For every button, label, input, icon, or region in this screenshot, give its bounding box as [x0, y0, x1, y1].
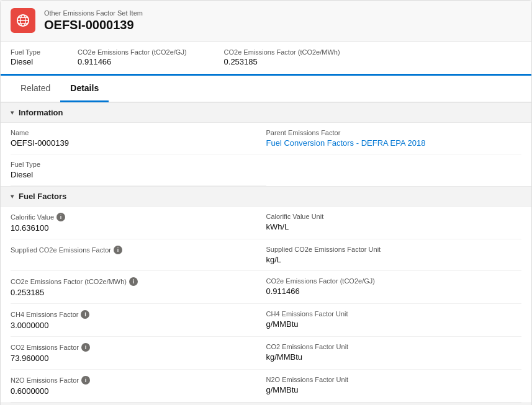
- meta-co2e-mwh: CO2e Emissions Factor (tCO2e/MWh) 0.2531…: [224, 48, 340, 66]
- fuel-factors-section-title: Fuel Factors: [19, 192, 66, 201]
- field-co2e-gj-label: CO2e Emissions Factor (tCO2e/GJ): [266, 277, 512, 285]
- field-calorific-value-label: Calorific Value i: [11, 213, 256, 221]
- field-co2e-gj-value: 0.911466: [266, 287, 512, 296]
- field-name: Name OEFSI-0000139: [11, 123, 266, 154]
- field-co2-unit-value: kg/MMBtu: [266, 352, 512, 362]
- globe-icon: [16, 14, 30, 27]
- fuel-factors-section: ▾ Fuel Factors Calorific Value i 10.6361…: [1, 186, 531, 403]
- field-n2o-label: N2O Emissions Factor i: [11, 376, 256, 385]
- field-supplied-co2e-unit: Supplied CO2e Emissions Factor Unit kg/L: [266, 239, 522, 271]
- field-fuel-type: Fuel Type Diesel: [11, 154, 266, 186]
- meta-co2e-gj-label: CO2e Emissions Factor (tCO2e/GJ): [78, 48, 186, 56]
- field-n2o-unit-label: N2O Emissions Factor Unit: [266, 376, 512, 383]
- record-type-label: Other Emissions Factor Set Item: [44, 9, 143, 17]
- field-fuel-type-label: Fuel Type: [11, 161, 256, 168]
- field-calorific-value-value: 10.636100: [11, 223, 256, 233]
- record-title: OEFSI-0000139: [44, 18, 143, 32]
- field-co2: CO2 Emissions Factor i 73.960000: [11, 337, 266, 370]
- field-n2o-unit-value: g/MMBtu: [266, 385, 512, 394]
- field-co2-unit-label: CO2 Emissions Factor Unit: [266, 343, 512, 350]
- field-ch4-unit-value: g/MMBtu: [266, 319, 512, 329]
- field-co2e-gj: CO2e Emissions Factor (tCO2e/GJ) 0.91146…: [266, 271, 522, 304]
- field-ch4-unit-label: CH4 Emissions Factor Unit: [266, 310, 512, 318]
- information-section-header[interactable]: ▾ Information: [1, 102, 531, 123]
- fuel-factors-fields: Calorific Value i 10.636100 Calorific Va…: [1, 207, 531, 403]
- field-supplied-co2e-unit-value: kg/L: [266, 255, 512, 264]
- meta-fuel-type: Fuel Type Diesel: [11, 48, 40, 66]
- field-n2o-unit: N2O Emissions Factor Unit g/MMBtu: [266, 370, 522, 403]
- field-calorific-value-unit-value: kWh/L: [266, 222, 512, 231]
- tab-details[interactable]: Details: [60, 76, 109, 102]
- meta-co2e-mwh-label: CO2e Emissions Factor (tCO2e/MWh): [224, 48, 340, 56]
- field-co2-unit: CO2 Emissions Factor Unit kg/MMBtu: [266, 337, 522, 370]
- field-fuel-type-value: Diesel: [11, 170, 256, 179]
- meta-fuel-type-label: Fuel Type: [11, 48, 40, 56]
- field-supplied-co2e-label: Supplied CO2e Emissions Factor i: [11, 246, 256, 254]
- co2-info-icon[interactable]: i: [81, 343, 90, 352]
- field-supplied-co2e: Supplied CO2e Emissions Factor i: [11, 239, 266, 271]
- field-ch4: CH4 Emissions Factor i 3.0000000: [11, 304, 266, 337]
- field-parent-emissions-factor: Parent Emissions Factor Fuel Conversion …: [266, 123, 522, 154]
- contact-info-section: ▾ Contact Information: [1, 403, 531, 405]
- fuel-factors-section-header[interactable]: ▾ Fuel Factors: [1, 186, 531, 207]
- information-section: ▾ Information Name OEFSI-0000139 Parent …: [1, 102, 531, 186]
- meta-co2e-gj-value: 0.911466: [78, 57, 186, 66]
- field-parent-label: Parent Emissions Factor: [266, 129, 512, 136]
- meta-co2e-gj: CO2e Emissions Factor (tCO2e/GJ) 0.91146…: [78, 48, 186, 66]
- information-chevron: ▾: [11, 109, 14, 116]
- record-icon: [11, 8, 35, 33]
- field-ch4-label: CH4 Emissions Factor i: [11, 310, 256, 319]
- meta-co2e-mwh-value: 0.253185: [224, 57, 340, 66]
- information-section-title: Information: [19, 108, 63, 117]
- field-ch4-unit: CH4 Emissions Factor Unit g/MMBtu: [266, 304, 522, 337]
- co2e-mwh-info-icon[interactable]: i: [129, 277, 138, 286]
- header-text: Other Emissions Factor Set Item OEFSI-00…: [44, 9, 143, 32]
- calorific-value-info-icon[interactable]: i: [56, 213, 65, 221]
- n2o-info-icon[interactable]: i: [81, 376, 90, 385]
- contact-info-section-header[interactable]: ▾ Contact Information: [1, 403, 531, 405]
- field-calorific-value-unit-label: Calorific Value Unit: [266, 213, 512, 220]
- field-supplied-co2e-unit-label: Supplied CO2e Emissions Factor Unit: [266, 246, 512, 253]
- field-co2e-mwh-label: CO2e Emissions Factor (tCO2e/MWh) i: [11, 277, 256, 286]
- meta-fuel-type-value: Diesel: [11, 57, 40, 66]
- header-meta: Fuel Type Diesel CO2e Emissions Factor (…: [1, 42, 531, 76]
- field-co2-value: 73.960000: [11, 354, 256, 363]
- field-name-label: Name: [11, 129, 256, 136]
- field-calorific-value-unit: Calorific Value Unit kWh/L: [266, 207, 522, 239]
- field-calorific-value: Calorific Value i 10.636100: [11, 207, 266, 239]
- tab-related[interactable]: Related: [11, 76, 60, 102]
- supplied-co2e-info-icon[interactable]: i: [114, 246, 122, 254]
- fuel-factors-chevron: ▾: [11, 193, 14, 200]
- field-co2e-mwh: CO2e Emissions Factor (tCO2e/MWh) i 0.25…: [11, 271, 266, 304]
- field-parent-value[interactable]: Fuel Conversion Factors - DEFRA EPA 2018: [266, 138, 512, 148]
- field-co2e-mwh-value: 0.253185: [11, 288, 256, 297]
- field-n2o: N2O Emissions Factor i 0.6000000: [11, 370, 266, 403]
- field-ch4-value: 3.0000000: [11, 321, 256, 330]
- field-n2o-value: 0.6000000: [11, 386, 256, 396]
- record-header: Other Emissions Factor Set Item OEFSI-00…: [1, 1, 531, 42]
- information-fields: Name OEFSI-0000139 Parent Emissions Fact…: [1, 123, 531, 186]
- main-container: Other Emissions Factor Set Item OEFSI-00…: [0, 0, 532, 405]
- ch4-info-icon[interactable]: i: [81, 310, 89, 319]
- tab-bar: Related Details: [1, 76, 531, 102]
- field-name-value: OEFSI-0000139: [11, 138, 256, 148]
- field-co2-label: CO2 Emissions Factor i: [11, 343, 256, 352]
